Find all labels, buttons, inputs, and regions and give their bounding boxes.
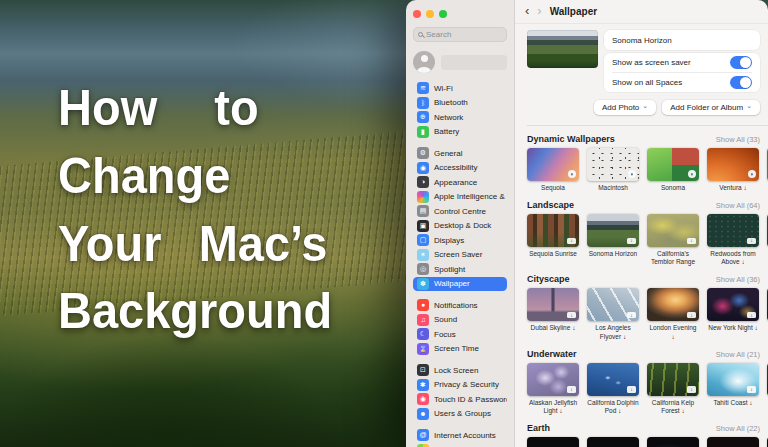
wallpaper-cell: ↓California Kelp Forest ↓ [647,363,699,415]
wallpaper-thumb-temblor[interactable]: ↓ [647,214,699,247]
download-badge-icon: ↓ [747,312,756,319]
sidebar-item-lock-screen[interactable]: ⊡Lock Screen [413,363,507,378]
sidebar-item-bluetooth[interactable]: ᛒBluetooth [413,96,507,111]
sidebar-item-focus[interactable]: ☾Focus [413,327,507,342]
sidebar-item-battery[interactable]: ▮Battery [413,125,507,140]
wallpaper-thumb-nyc[interactable]: ↓ [707,288,759,321]
wallpaper-label: Tahiti Coast ↓ [707,399,759,407]
sidebar-item-label: Spotlight [434,265,465,274]
wallpaper-thumb-ventura[interactable]: ◗ [707,148,759,181]
screen-saver-row: Show as screen saver [612,53,752,72]
show-all-link[interactable]: Show All (33) [716,135,760,144]
wallpaper-thumb-sonoma[interactable]: ◗ [647,148,699,181]
wallpaper-thumb-kelp[interactable]: ↓ [647,363,699,396]
show-all-link[interactable]: Show All (22) [716,424,760,433]
sidebar-item-label: General [434,149,462,158]
maximize-button[interactable] [439,10,447,18]
add-folder-or-album-button[interactable]: Add Folder or Album ⌄ [662,100,760,115]
sidebar-item-notifications[interactable]: ●Notifications [413,298,507,313]
wallpaper-cell: ↓London Evening ↓ [647,288,699,340]
sidebar-item-network[interactable]: ⊕Network [413,110,507,125]
show-all-link[interactable]: Show All (64) [716,201,760,210]
wallpaper-thumb-london[interactable]: ↓ [647,288,699,321]
wallpaper-label: Redwoods from Above ↓ [707,250,759,266]
system-settings-window: Search ≋Wi-FiᛒBluetooth⊕Network▮Battery⚙… [406,0,768,447]
sidebar-item-label: Lock Screen [434,366,478,375]
screen-saver-label: Show as screen saver [612,58,691,67]
wallpaper-label: Sequoia Sunrise [527,250,579,258]
sidebar-item-touch-id-password[interactable]: ◉Touch ID & Password [413,392,507,407]
dynamic-badge-icon: ◗ [688,170,696,178]
wallpaper-cell: ↓Redwoods from Above ↓ [707,214,759,266]
back-button[interactable]: ‹ [525,4,529,17]
all-spaces-toggle[interactable] [730,76,752,89]
section-earth: EarthShow All (22) [527,423,768,447]
wallpaper-label: California's Temblor Range [647,250,699,266]
sidebar-item-label: Screen Time [434,344,479,353]
sidebar-item-control-centre[interactable]: ▤Control Centre [413,204,507,219]
add-photo-button[interactable]: Add Photo ⌄ [594,100,656,115]
profile-row[interactable] [413,51,507,73]
sidebar-item-internet-accounts[interactable]: @Internet Accounts [413,428,507,443]
close-button[interactable] [413,10,421,18]
search-input[interactable]: Search [413,27,507,42]
users-groups-icon: ☻ [417,408,429,420]
section-dynamic-wallpapers: Dynamic WallpapersShow All (33)◗Sequoia◗… [527,134,768,192]
wallpaper-thumb-earth1[interactable] [527,437,579,447]
sidebar-item-sound[interactable]: ♫Sound [413,313,507,328]
sidebar-item-appearance[interactable]: ◑Appearance [413,175,507,190]
wallpaper-thumb-sequoia-sunrise[interactable]: ↓ [527,214,579,247]
show-all-link[interactable]: Show All (36) [716,275,760,284]
wallpaper-thumb-jellyfish[interactable]: ↓ [527,363,579,396]
screen-saver-toggle[interactable] [730,56,752,69]
wallpaper-cell: ↓Dubai Skyline ↓ [527,288,579,340]
sidebar-item-apple-intelligence-siri[interactable]: Apple Intelligence & Siri [413,190,507,205]
wallpaper-thumb-earth4[interactable] [707,437,759,447]
sidebar: Search ≋Wi-FiᛒBluetooth⊕Network▮Battery⚙… [406,0,515,447]
wallpaper-sections: Dynamic WallpapersShow All (33)◗Sequoia◗… [515,126,768,447]
wallpaper-thumb-earth3[interactable] [647,437,699,447]
sidebar-group: ●Notifications♫Sound☾Focus⌛Screen Time [413,298,507,356]
minimize-button[interactable] [426,10,434,18]
appearance-icon: ◑ [417,176,429,188]
apple-intelligence-siri-icon [417,191,429,203]
show-all-link[interactable]: Show All (21) [716,350,760,359]
sidebar-item-accessibility[interactable]: ◉Accessibility [413,161,507,176]
wallpaper-cell: ↓Tahiti Coast ↓ [707,363,759,415]
wallpaper-thumb-earth2[interactable] [587,437,639,447]
displays-icon: ▢ [417,234,429,246]
wallpaper-thumb-la[interactable]: ↓ [587,288,639,321]
sidebar-item-spotlight[interactable]: ◎Spotlight [413,262,507,277]
wallpaper-icon: ✽ [417,278,429,290]
wallpaper-thumb-dolphin[interactable]: ↓ [587,363,639,396]
sidebar-item-privacy-security[interactable]: ✱Privacy & Security [413,378,507,393]
wallpaper-thumb-redwoods[interactable]: ↓ [707,214,759,247]
section-title: Cityscape [527,274,570,284]
sidebar-item-users-groups[interactable]: ☻Users & Groups [413,407,507,422]
sidebar-item-wallpaper[interactable]: ✽Wallpaper [413,277,507,292]
hero-title-line: How to [58,74,332,142]
wallpaper-label: London Evening ↓ [647,324,699,340]
sidebar-item-screen-time[interactable]: ⌛Screen Time [413,342,507,357]
sidebar-item-label: Appearance [434,178,477,187]
wallpaper-thumb-dubai[interactable]: ↓ [527,288,579,321]
spotlight-icon: ◎ [417,263,429,275]
sidebar-group: ≋Wi-FiᛒBluetooth⊕Network▮Battery [413,81,507,139]
sidebar-item-screen-saver[interactable]: ✶Screen Saver [413,248,507,263]
wallpaper-thumb-sequoia[interactable]: ◗ [527,148,579,181]
section-landscape: LandscapeShow All (64)↓Sequoia Sunrise↓S… [527,200,768,266]
desktop-dock-icon: ▣ [417,220,429,232]
sidebar-item-game-center[interactable]: Game Center [413,443,507,447]
forward-button[interactable]: › [537,4,541,17]
wallpaper-thumb-sonoma-horizon[interactable]: ↓ [587,214,639,247]
sidebar-item-desktop-dock[interactable]: ▣Desktop & Dock [413,219,507,234]
sidebar-item-label: Wallpaper [434,279,470,288]
all-spaces-label: Show on all Spaces [612,78,682,87]
sidebar-item-label: Accessibility [434,163,478,172]
sidebar-item-wifi[interactable]: ≋Wi-Fi [413,81,507,96]
window-controls [413,0,507,18]
sidebar-item-general[interactable]: ⚙General [413,146,507,161]
wallpaper-thumb-macintosh[interactable]: ◗ [587,148,639,181]
sidebar-item-displays[interactable]: ▢Displays [413,233,507,248]
wallpaper-thumb-tahiti[interactable]: ↓ [707,363,759,396]
